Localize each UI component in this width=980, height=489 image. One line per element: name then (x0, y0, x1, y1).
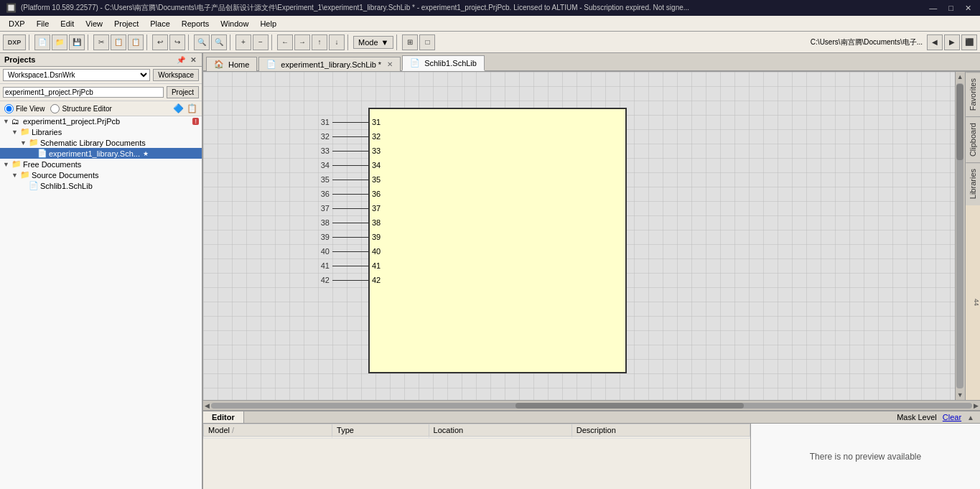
toolbar-zoom-in-btn[interactable]: 🔍 (194, 34, 210, 50)
tree-item-schlib1[interactable]: 📄 Schlib1.SchLib (0, 180, 202, 191)
toolbar-paste-btn[interactable]: 📋 (128, 34, 144, 50)
menu-file[interactable]: File (31, 18, 55, 29)
tree-item-libraries[interactable]: ▼ 📁 Libraries (0, 126, 202, 137)
toolbar-nav-extra-btn[interactable]: ⬛ (961, 34, 977, 50)
toolbar-new-btn[interactable]: 📄 (34, 34, 50, 50)
view-icon-1[interactable]: 🔷 (173, 103, 184, 113)
workspace-select[interactable]: Workspace1.DsnWrk (3, 69, 150, 81)
clear-button[interactable]: Clear (943, 413, 961, 422)
editor-tab[interactable]: Editor (203, 411, 244, 423)
bottom-content: Model / Type Location Des (203, 424, 980, 489)
preview-area: There is no preview available (750, 424, 980, 489)
tree-item-schlib-docs[interactable]: ▼ 📁 Schematic Library Documents (0, 137, 202, 148)
tab-exp1-close[interactable]: ✕ (387, 60, 393, 68)
pin-right-38: 38 (372, 215, 381, 230)
tab-exp1-lib[interactable]: 📄 experiment1_library.SchLib * ✕ (258, 57, 401, 71)
menu-place[interactable]: Place (144, 18, 176, 29)
tree-item-exp1-lib[interactable]: 📄 experiment1_library.Sch... ★ (0, 148, 202, 159)
pin-right-41: 41 (372, 259, 381, 273)
grid-canvas[interactable]: 31 32 33 34 (203, 72, 955, 400)
project-icon: 🗂 (11, 117, 22, 126)
toolbar-nav-back-btn[interactable]: ◀ (927, 34, 943, 50)
projects-panel: Projects 📌 ✕ Workspace1.DsnWrk Workspace… (0, 53, 203, 489)
toolbar-arrow1-btn[interactable]: ← (277, 34, 293, 50)
file-view-radio[interactable]: File View (4, 104, 45, 113)
minimize-btn[interactable]: — (926, 4, 940, 13)
toolbar-minus-btn[interactable]: − (253, 34, 269, 50)
clipboard-tab[interactable]: Clipboard (966, 116, 980, 162)
panel-close-btn[interactable]: ✕ (189, 56, 197, 64)
pin-right-33: 33 (372, 144, 381, 158)
toolbar-cut-btn[interactable]: ✂ (93, 34, 109, 50)
pin-line-33 (332, 151, 368, 152)
pin-row-39: 39 (311, 230, 368, 244)
pin-row-37: 37 (311, 201, 368, 215)
tree-label-0: experiment1_project.PrjPcb (23, 117, 120, 126)
structure-editor-radio[interactable]: Structure Editor (50, 104, 111, 113)
menu-help[interactable]: Help (254, 18, 282, 29)
toolbar-undo-btn[interactable]: ↩ (152, 34, 168, 50)
project-button[interactable]: Project (167, 86, 199, 98)
toolbar-nav-fwd-btn[interactable]: ▶ (944, 34, 960, 50)
toolbar-arrow3-btn[interactable]: ↑ (312, 34, 327, 50)
toolbar-zoom-out-btn[interactable]: 🔍 (211, 34, 227, 50)
tab-home-label: Home (228, 60, 249, 69)
toolbar-copy-btn[interactable]: 📋 (111, 34, 126, 50)
pin-line-40 (332, 251, 368, 252)
view-icon-2[interactable]: 📋 (187, 103, 197, 113)
tree-toggle-2[interactable]: ▼ (20, 139, 29, 146)
menu-window[interactable]: Window (215, 18, 254, 29)
toolbar-open-btn[interactable]: 📁 (52, 34, 67, 50)
h-scroll-left-btn[interactable]: ◀ (205, 402, 210, 409)
toolbar-plus-btn[interactable]: + (235, 34, 251, 50)
pin-num-left-39: 39 (311, 233, 332, 241)
toolbar-save-btn[interactable]: 💾 (69, 34, 85, 50)
tree-item-project[interactable]: ▼ 🗂 experiment1_project.PrjPcb ! (0, 116, 202, 126)
h-scroll-right-btn[interactable]: ▶ (974, 402, 979, 409)
tab-schlib1[interactable]: 📄 Schlib1.SchLib (402, 55, 485, 71)
toolbar-sep-3 (146, 34, 149, 50)
panel-pin-btn[interactable]: 📌 (175, 56, 187, 64)
toolbar-dxp-btn[interactable]: DXP (3, 34, 26, 50)
bottom-scroll-up[interactable]: ▲ (967, 414, 974, 422)
close-btn[interactable]: ✕ (962, 4, 974, 13)
tree-label-6: Schlib1.SchLib (40, 182, 93, 190)
favorites-tab[interactable]: Favorites (966, 72, 980, 116)
v-scroll-up-btn[interactable]: ▲ (956, 72, 965, 82)
pin-row-35: 35 (311, 172, 368, 187)
libraries-tab[interactable]: Libraries (966, 162, 980, 205)
toolbar-arrow2-btn[interactable]: → (294, 34, 310, 50)
schlib-docs-icon: 📁 (29, 138, 39, 147)
pin-right-40: 40 (372, 244, 381, 259)
v-scroll-down-btn[interactable]: ▼ (956, 390, 965, 400)
pin-line-37 (332, 208, 368, 209)
tree-toggle-1[interactable]: ▼ (11, 129, 20, 136)
toolbar-grid-btn[interactable]: ⊞ (402, 34, 418, 50)
menu-project[interactable]: Project (108, 18, 144, 29)
path-display: C:\Users\南宫腾\Documents\电子... (811, 37, 923, 47)
menu-reports[interactable]: Reports (176, 18, 215, 29)
tree-item-source-docs[interactable]: ▼ 📁 Source Documents (0, 169, 202, 180)
tree-toggle-0[interactable]: ▼ (3, 118, 11, 125)
workspace-button[interactable]: Workspace (153, 69, 199, 81)
maximize-btn[interactable]: □ (946, 4, 956, 13)
col-model-resize[interactable]: / (232, 426, 234, 434)
pin-row-31: 31 (311, 115, 368, 129)
h-scroll-thumb[interactable] (515, 403, 744, 409)
mask-level-label: Mask Level (897, 413, 937, 422)
toolbar-arrow4-btn[interactable]: ↓ (329, 34, 345, 50)
pin-right-35: 35 (372, 172, 381, 187)
menu-view[interactable]: View (80, 18, 108, 29)
schlib1-icon: 📄 (29, 181, 39, 190)
project-input[interactable] (3, 87, 164, 98)
tree-toggle-4[interactable]: ▼ (3, 161, 11, 168)
menu-dxp[interactable]: DXP (3, 18, 31, 29)
tree-item-free-docs[interactable]: ▼ 📁 Free Documents (0, 159, 202, 169)
tree-toggle-5[interactable]: ▼ (11, 172, 20, 179)
toolbar-extra-btn[interactable]: □ (419, 34, 435, 50)
menu-edit[interactable]: Edit (55, 18, 80, 29)
toolbar-redo-btn[interactable]: ↪ (169, 34, 185, 50)
tab-home[interactable]: 🏠 Home (206, 57, 257, 71)
mode-selector[interactable]: Mode ▼ (353, 36, 393, 49)
v-scroll-thumb[interactable] (956, 84, 963, 160)
